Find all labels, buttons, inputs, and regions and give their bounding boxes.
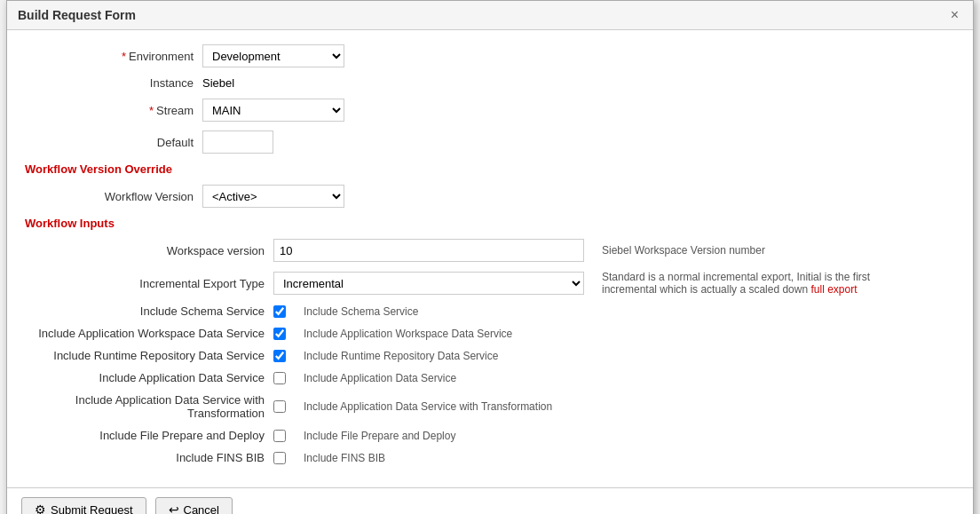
include-app-data-transform-tooltip: Include Application Data Service with Tr… [304,400,552,413]
submit-icon: ⚙ [35,502,46,514]
workspace-version-row: Workspace version Siebel Workspace Versi… [25,239,955,262]
instance-value: Siebel [202,76,234,90]
dialog-body: *Environment Development Instance Siebel… [7,30,973,487]
cancel-icon: ↩ [169,502,179,514]
environment-select[interactable]: Development [202,44,344,67]
cancel-label: Cancel [184,503,219,515]
dialog-footer: ⚙ Submit Request ↩ Cancel [7,487,973,514]
include-schema-service-cell [273,305,286,318]
incremental-export-type-select[interactable]: Incremental [273,272,584,295]
include-fins-bib-tooltip: Include FINS BIB [304,452,385,464]
include-app-workspace-cell [273,328,286,340]
include-schema-service-tooltip: Include Schema Service [304,305,418,318]
include-fins-bib-cell [273,452,286,464]
include-file-prepare-checkbox[interactable] [273,430,286,442]
include-app-workspace-row: Include Application Workspace Data Servi… [25,327,955,340]
incremental-export-type-row: Incremental Export Type Incremental Stan… [25,271,955,296]
workflow-version-label: Workflow Version [25,190,202,203]
workflow-inputs-title: Workflow Inputs [25,217,955,230]
include-runtime-repo-row: Include Runtime Repository Data Service … [25,349,955,362]
cancel-button[interactable]: ↩ Cancel [155,497,233,514]
instance-row: Instance Siebel [25,76,955,90]
include-app-data-transform-label: Include Application Data Service with Tr… [25,393,273,420]
default-input[interactable] [202,130,273,154]
include-fins-bib-row: Include FINS BIB Include FINS BIB [25,451,955,464]
include-runtime-repo-cell [273,350,286,362]
include-app-workspace-checkbox[interactable] [273,328,286,340]
submit-button[interactable]: ⚙ Submit Request [21,497,146,514]
include-app-data-label: Include Application Data Service [25,371,273,384]
include-schema-service-row: Include Schema Service Include Schema Se… [25,304,955,318]
stream-row: *Stream MAIN [25,99,955,122]
workspace-version-input[interactable] [273,239,584,262]
default-row: Default [25,130,955,154]
submit-label: Submit Request [51,503,133,515]
incremental-export-type-tooltip: Standard is a normal incremental export,… [602,271,921,296]
include-runtime-repo-tooltip: Include Runtime Repository Data Service [304,350,498,362]
include-fins-bib-checkbox[interactable] [273,452,286,464]
include-file-prepare-label: Include File Prepare and Deploy [25,429,273,442]
workspace-version-tooltip: Siebel Workspace Version number [602,244,765,257]
dialog-title: Build Request Form [18,8,136,22]
dialog-header: Build Request Form × [7,1,973,30]
workflow-version-select[interactable]: <Active> [202,185,344,208]
stream-select[interactable]: MAIN [202,99,344,122]
close-button[interactable]: × [947,8,962,22]
include-app-data-transform-cell [273,400,286,413]
include-runtime-repo-label: Include Runtime Repository Data Service [25,349,273,362]
incremental-export-type-label: Incremental Export Type [25,277,273,290]
instance-label: Instance [25,76,202,90]
full-export-link[interactable]: full export [810,283,857,296]
environment-required-star: * [122,50,126,63]
include-file-prepare-row: Include File Prepare and Deploy Include … [25,429,955,442]
include-app-data-transform-row: Include Application Data Service with Tr… [25,393,955,420]
include-app-workspace-label: Include Application Workspace Data Servi… [25,327,273,340]
include-schema-service-checkbox[interactable] [273,305,286,318]
environment-row: *Environment Development [25,44,955,67]
include-schema-service-label: Include Schema Service [25,304,273,318]
environment-label: *Environment [25,50,202,63]
include-app-data-checkbox[interactable] [273,372,286,384]
default-label: Default [25,136,202,149]
stream-required-star: * [149,104,154,117]
include-app-data-cell [273,372,286,384]
build-request-dialog: Build Request Form × *Environment Develo… [6,0,974,514]
include-file-prepare-tooltip: Include File Prepare and Deploy [304,430,455,442]
stream-label: *Stream [25,104,202,117]
include-app-data-transform-checkbox[interactable] [273,400,286,413]
include-app-data-row: Include Application Data Service Include… [25,371,955,384]
workflow-version-row: Workflow Version <Active> [25,185,955,208]
include-fins-bib-label: Include FINS BIB [25,451,273,464]
workflow-version-override-title: Workflow Version Override [25,162,955,176]
include-file-prepare-cell [273,430,286,442]
workspace-version-label: Workspace version [25,244,273,257]
include-app-workspace-tooltip: Include Application Workspace Data Servi… [304,328,512,340]
include-app-data-tooltip: Include Application Data Service [304,372,456,384]
include-runtime-repo-checkbox[interactable] [273,350,286,362]
